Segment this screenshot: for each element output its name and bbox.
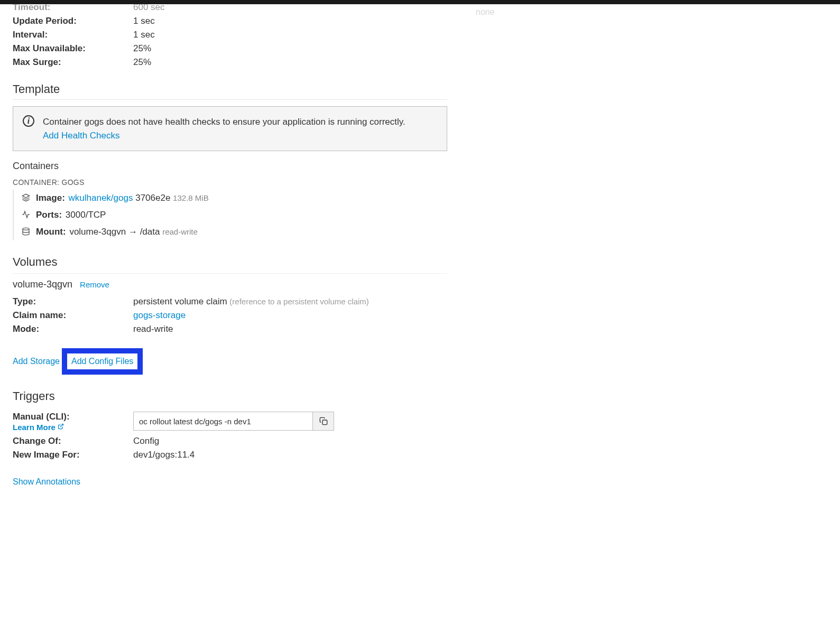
volume-type-label: Type: — [13, 296, 133, 307]
volume-claim-link[interactable]: gogs-storage — [133, 310, 186, 320]
strategy-max-unavailable-label: Max Unavailable: — [13, 43, 133, 54]
learn-more-text: Learn More — [13, 423, 56, 432]
container-name-label: CONTAINER: GOGS — [13, 178, 447, 187]
volume-mode-row: Mode: read-write — [13, 324, 447, 334]
volume-type-row: Type: persistent volume claim (reference… — [13, 296, 447, 307]
mount-arrow: → — [128, 227, 137, 237]
trigger-manual-label: Manual (CLI): — [13, 412, 133, 422]
layers-icon — [21, 193, 31, 203]
trigger-new-image-label: New Image For: — [13, 450, 133, 460]
mount-volume: volume-3qgvn — [69, 227, 126, 237]
template-heading: Template — [13, 82, 447, 100]
trigger-manual-row: Manual (CLI): Learn More oc rollout late… — [13, 412, 447, 433]
strategy-max-unavailable-value: 25% — [133, 43, 447, 54]
storage-links-row: Add Storage Add Config Files — [13, 348, 447, 375]
add-storage-link[interactable]: Add Storage — [13, 357, 60, 366]
image-link[interactable]: wkulhanek/gogs — [69, 193, 133, 203]
svg-marker-0 — [22, 194, 29, 198]
activity-icon — [21, 210, 31, 220]
mount-mode: read-write — [162, 227, 198, 236]
strategy-interval-row: Interval: 1 sec — [13, 30, 447, 40]
copy-button[interactable] — [312, 412, 334, 430]
trigger-change-of-row: Change Of: Config — [13, 436, 447, 446]
info-icon: i — [23, 115, 34, 127]
svg-line-2 — [60, 424, 63, 427]
volume-claim-row: Claim name: gogs-storage — [13, 310, 447, 321]
strategy-max-unavailable-row: Max Unavailable: 25% — [13, 43, 447, 54]
volume-remove-link[interactable]: Remove — [80, 280, 109, 289]
main-content: Timeout: 600 sec Update Period: 1 sec In… — [0, 2, 460, 508]
add-config-files-highlight: Add Config Files — [62, 348, 143, 375]
strategy-interval-value: 1 sec — [133, 30, 447, 40]
show-annotations-link[interactable]: Show Annotations — [13, 477, 80, 487]
right-col-stub: none — [476, 7, 495, 17]
cli-command-text: oc rollout latest dc/gogs -n dev1 — [134, 412, 312, 430]
volumes-heading: Volumes — [13, 255, 447, 274]
volume-claim-label: Claim name: — [13, 310, 133, 321]
image-sha: 3706e2e — [135, 193, 170, 203]
database-icon — [21, 227, 31, 237]
mount-label: Mount: — [36, 227, 66, 237]
image-label: Image: — [36, 193, 65, 203]
strategy-max-surge-value: 25% — [133, 57, 447, 68]
volume-mode-value: read-write — [133, 324, 447, 334]
cli-command-box: oc rollout latest dc/gogs -n dev1 — [133, 412, 334, 431]
container-image-row: Image: wkulhanek/gogs 3706e2e 132.8 MiB — [21, 190, 447, 207]
volume-name: volume-3qgvn — [13, 279, 72, 290]
external-link-icon — [58, 423, 64, 431]
triggers-heading: Triggers — [13, 389, 447, 406]
health-check-callout: i Container gogs does not have health ch… — [13, 106, 447, 151]
mount-path: /data — [140, 227, 160, 237]
container-detail: Image: wkulhanek/gogs 3706e2e 132.8 MiB … — [13, 190, 447, 240]
strategy-interval-label: Interval: — [13, 30, 133, 40]
svg-point-1 — [23, 228, 29, 230]
strategy-max-surge-label: Max Surge: — [13, 57, 133, 68]
health-check-warning-text: Container gogs does not have health chec… — [43, 117, 405, 127]
trigger-new-image-value: dev1/gogs:11.4 — [133, 450, 447, 460]
ports-value: 3000/TCP — [66, 210, 106, 220]
volume-type-value: persistent volume claim — [133, 296, 227, 306]
trigger-change-of-value: Config — [133, 436, 447, 446]
strategy-timeout-row: Timeout: 600 sec — [13, 2, 447, 13]
image-size: 132.8 MiB — [173, 193, 209, 202]
ports-label: Ports: — [36, 210, 62, 220]
strategy-update-period-label: Update Period: — [13, 16, 133, 26]
containers-heading: Containers — [13, 161, 447, 172]
add-config-files-link[interactable]: Add Config Files — [71, 357, 133, 366]
strategy-max-surge-row: Max Surge: 25% — [13, 57, 447, 68]
strategy-timeout-label: Timeout: — [13, 2, 133, 13]
trigger-new-image-row: New Image For: dev1/gogs:11.4 — [13, 450, 447, 460]
strategy-update-period-row: Update Period: 1 sec — [13, 16, 447, 26]
container-ports-row: Ports: 3000/TCP — [21, 207, 447, 224]
volume-header-row: volume-3qgvn Remove — [13, 279, 447, 290]
learn-more-link[interactable]: Learn More — [13, 423, 64, 432]
volume-mode-label: Mode: — [13, 324, 133, 334]
strategy-timeout-value: 600 sec — [133, 2, 447, 13]
svg-rect-3 — [322, 420, 327, 425]
add-health-checks-link[interactable]: Add Health Checks — [43, 131, 120, 141]
container-mount-row: Mount: volume-3qgvn → /data read-write — [21, 224, 447, 240]
strategy-update-period-value: 1 sec — [133, 16, 447, 26]
trigger-change-of-label: Change Of: — [13, 436, 133, 446]
volume-type-hint: (reference to a persistent volume claim) — [229, 297, 368, 306]
